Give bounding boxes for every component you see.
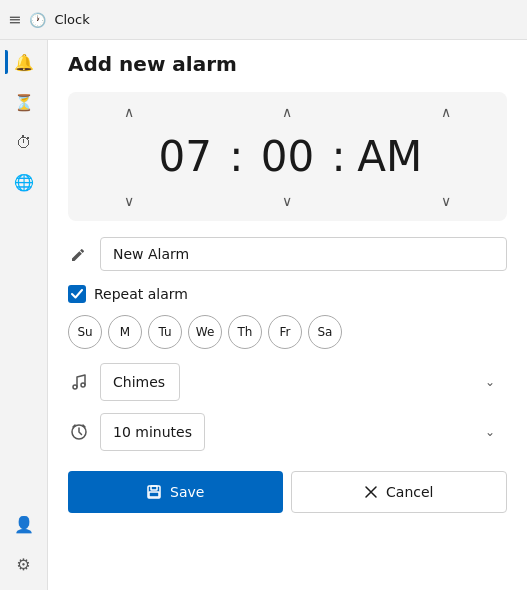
cancel-label: Cancel	[386, 484, 433, 500]
timer-icon: ⏱	[16, 133, 32, 152]
top-bar: ≡ 🕐 Clock	[0, 0, 527, 40]
snooze-row: 5 minutes 10 minutes 15 minutes 20 minut…	[68, 413, 507, 451]
hamburger-icon[interactable]: ≡	[8, 10, 21, 29]
repeat-alarm-label: Repeat alarm	[94, 286, 188, 302]
repeat-alarm-row: Repeat alarm	[68, 285, 507, 303]
day-sa[interactable]: Sa	[308, 315, 342, 349]
sidebar-item-world[interactable]: 🌐	[6, 164, 42, 200]
day-m[interactable]: M	[108, 315, 142, 349]
page-title: Add new alarm	[68, 52, 507, 76]
sound-dropdown[interactable]: Chimes Bell Digital Rooster None	[100, 363, 180, 401]
sound-dropdown-wrapper: Chimes Bell Digital Rooster None ⌄	[100, 363, 507, 401]
hours-display[interactable]: 07	[145, 132, 225, 181]
main-panel: Add new alarm ∧ ∧ ∧ 07 : 00 : AM ∨ ∨	[48, 0, 527, 590]
repeat-alarm-checkbox-label[interactable]: Repeat alarm	[68, 285, 188, 303]
cancel-icon	[364, 485, 378, 499]
svg-rect-5	[149, 492, 159, 497]
time-picker: ∧ ∧ ∧ 07 : 00 : AM ∨ ∨ ∨	[68, 92, 507, 221]
svg-point-0	[73, 385, 77, 389]
app-icon: 🕐	[29, 12, 46, 28]
alarm-name-input[interactable]	[100, 237, 507, 271]
hours-down-button[interactable]: ∨	[108, 189, 150, 213]
colon-separator: :	[225, 132, 247, 181]
cancel-button[interactable]: Cancel	[291, 471, 508, 513]
save-label: Save	[170, 484, 204, 500]
snooze-dropdown[interactable]: 5 minutes 10 minutes 15 minutes 20 minut…	[100, 413, 205, 451]
hours-up-button[interactable]: ∧	[108, 100, 150, 124]
svg-rect-4	[151, 486, 157, 490]
action-row: Save Cancel	[68, 471, 507, 513]
snooze-chevron-icon: ⌄	[485, 425, 495, 439]
music-icon	[68, 371, 90, 393]
period-down-button[interactable]: ∨	[425, 189, 467, 213]
save-icon	[146, 484, 162, 500]
sidebar: 🔔 ⏳ ⏱ 🌐 👤 ⚙	[0, 0, 48, 590]
sound-row: Chimes Bell Digital Rooster None ⌄	[68, 363, 507, 401]
save-button[interactable]: Save	[68, 471, 283, 513]
sidebar-bottom: 👤 ⚙	[6, 506, 42, 590]
days-row: Su M Tu We Th Fr Sa	[68, 315, 507, 349]
minutes-down-button[interactable]: ∨	[266, 189, 308, 213]
snooze-dropdown-wrapper: 5 minutes 10 minutes 15 minutes 20 minut…	[100, 413, 507, 451]
time-arrows-bottom: ∨ ∨ ∨	[84, 189, 491, 213]
alarm-name-row	[68, 237, 507, 271]
minutes-up-button[interactable]: ∧	[266, 100, 308, 124]
sidebar-item-hourglass[interactable]: ⏳	[6, 84, 42, 120]
day-th[interactable]: Th	[228, 315, 262, 349]
app-title: Clock	[54, 12, 89, 27]
time-display: 07 : 00 : AM	[84, 128, 491, 185]
sidebar-item-alarm[interactable]: 🔔	[6, 44, 42, 80]
edit-icon	[68, 243, 90, 265]
minutes-display[interactable]: 00	[248, 132, 328, 181]
period-up-button[interactable]: ∧	[425, 100, 467, 124]
svg-point-1	[81, 383, 85, 387]
world-icon: 🌐	[14, 173, 34, 192]
sound-chevron-icon: ⌄	[485, 375, 495, 389]
day-we[interactable]: We	[188, 315, 222, 349]
sidebar-item-timer[interactable]: ⏱	[6, 124, 42, 160]
sidebar-nav: 🔔 ⏳ ⏱ 🌐	[0, 40, 47, 506]
alarm-icon: 🔔	[14, 53, 34, 72]
settings-icon: ⚙	[16, 555, 30, 574]
day-tu[interactable]: Tu	[148, 315, 182, 349]
day-fr[interactable]: Fr	[268, 315, 302, 349]
hourglass-icon: ⏳	[14, 93, 34, 112]
snooze-icon	[68, 421, 90, 443]
repeat-alarm-checkbox[interactable]	[68, 285, 86, 303]
period-display[interactable]: AM	[350, 132, 430, 181]
colon-separator-2: :	[328, 132, 350, 181]
sidebar-item-account[interactable]: 👤	[6, 506, 42, 542]
account-icon: 👤	[14, 515, 34, 534]
time-arrows-top: ∧ ∧ ∧	[84, 100, 491, 124]
sidebar-item-settings[interactable]: ⚙	[6, 546, 42, 582]
day-su[interactable]: Su	[68, 315, 102, 349]
